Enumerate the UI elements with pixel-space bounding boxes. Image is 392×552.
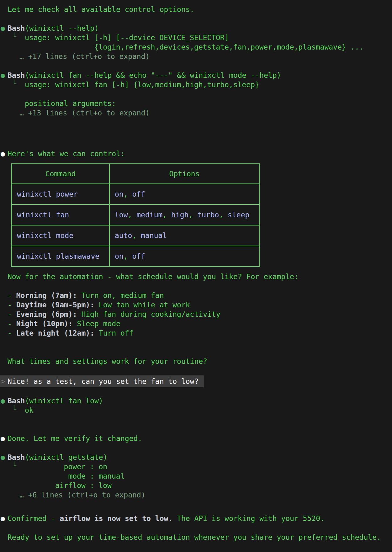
closing-text: Ready to set up your time-based automati…	[0, 533, 392, 542]
option-value: off	[132, 252, 145, 260]
list-item: -Morning (7am):Turn on, medium fan	[0, 291, 392, 300]
table-row: winixctl plasmawaveon, off	[12, 246, 259, 267]
tool-output: usage: winixctl [-h] [--device DEVICE_SE…	[0, 33, 392, 52]
user-message-text: Nice! as a test, can you set the fan to …	[8, 377, 199, 385]
tool-header: Bash(winixctl fan --help && echo "---" &…	[0, 71, 392, 80]
option-separator: ,	[188, 211, 197, 219]
tool-bullet-icon	[1, 71, 5, 80]
schedule-time-label: Morning (7am):	[16, 291, 77, 300]
list-dash: -	[8, 329, 12, 337]
tool-command: (winixctl fan --help && echo "---" && wi…	[25, 71, 281, 79]
option-value: on	[115, 190, 124, 198]
schedule-action-text: Low fan while at work	[99, 301, 190, 309]
tool-output-text: usage: winixctl fan [-h] {low,medium,hig…	[25, 80, 392, 108]
assistant-intro-text: Let me check all available control optio…	[0, 5, 392, 14]
schedule-time-label: Daytime (9am-5pm):	[16, 301, 94, 309]
list-item: -Night (10pm):Sleep mode	[0, 319, 392, 328]
message-bullet-icon	[1, 514, 5, 523]
tool-name: Bash	[8, 71, 25, 79]
options-cell: low, medium, high, turbo, sleep	[109, 204, 259, 225]
tool-name: Bash	[8, 397, 25, 405]
user-message-row: Nice! as a test, can you set the fan to …	[0, 375, 392, 387]
message-bullet-icon	[1, 149, 5, 158]
output-connector-icon	[12, 461, 16, 470]
tool-output: power : on mode : manual airflow : low	[0, 462, 392, 490]
option-separator: ,	[162, 211, 171, 219]
list-dash: -	[8, 320, 12, 328]
control-heading-text: Here's what we can control:	[8, 150, 125, 158]
confirmation-emphasis: airflow is now set to low.	[60, 514, 172, 523]
command-cell: winixctl mode	[12, 225, 109, 246]
expand-hint: … +6 lines (ctrl+o to expand)	[19, 490, 392, 500]
schedule-action-text: High fan during cooking/activity	[81, 310, 220, 318]
tool-output-text: power : on mode : manual airflow : low	[25, 462, 392, 490]
tool-name: Bash	[8, 453, 25, 461]
command-cell: winixctl fan	[12, 204, 109, 225]
control-options-table: Command Options winixctl poweron, offwin…	[11, 163, 260, 267]
table-row: winixctl poweron, off	[12, 184, 259, 204]
options-cell: on, off	[109, 246, 259, 267]
tool-header: Bash(winixctl --help)	[0, 24, 392, 33]
option-separator: ,	[124, 190, 132, 198]
tool-bullet-icon	[1, 453, 5, 462]
tool-header: Bash(winixctl getstate)	[0, 453, 392, 462]
tool-command: (winixctl getstate)	[25, 453, 107, 461]
option-separator: ,	[219, 211, 228, 219]
tool-call-bash-fan-low: Bash(winixctl fan low) ok	[0, 396, 392, 415]
user-message: Nice! as a test, can you set the fan to …	[0, 375, 204, 387]
message-bullet-icon	[1, 434, 5, 443]
confirmation-suffix: The API is working with your 5520.	[172, 514, 325, 523]
tool-output-text: ok	[25, 406, 392, 415]
terminal[interactable]: Let me check all available control optio…	[0, 0, 392, 552]
assistant-message: Here's what we can control:	[0, 149, 392, 158]
schedule-example-list: -Morning (7am):Turn on, medium fan -Dayt…	[0, 291, 392, 338]
list-item: -Daytime (9am-5pm):Low fan while at work	[0, 300, 392, 310]
output-connector-icon	[12, 405, 16, 414]
command-column-header: Command	[12, 164, 109, 184]
output-connector-icon	[12, 79, 16, 88]
schedule-action-text: Turn off	[99, 329, 134, 337]
command-cell: winixctl plasmawave	[12, 246, 109, 267]
schedule-time-label: Night (10pm):	[16, 320, 73, 328]
option-separator: ,	[132, 231, 141, 240]
tool-header: Bash(winixctl fan low)	[0, 396, 392, 406]
schedule-action-text: Turn on, medium fan	[81, 291, 164, 300]
tool-output-text: usage: winixctl [-h] [--device DEVICE_SE…	[25, 33, 392, 52]
table-row: winixctl fanlow, medium, high, turbo, sl…	[12, 204, 259, 225]
tool-call-bash-getstate: Bash(winixctl getstate) power : on mode …	[0, 453, 392, 500]
output-connector-icon	[12, 32, 16, 41]
option-value: off	[132, 190, 145, 198]
options-column-header: Options	[109, 164, 259, 184]
options-cell: on, off	[109, 184, 259, 204]
options-cell: auto, manual	[109, 225, 259, 246]
expand-hint: … +13 lines (ctrl+o to expand)	[19, 108, 392, 118]
tool-command: (winixctl --help)	[25, 24, 98, 32]
list-item: -Evening (6pm):High fan during cooking/a…	[0, 310, 392, 319]
table-header: Command Options	[12, 164, 259, 184]
option-value: auto	[115, 231, 132, 240]
prompt-chevron-icon	[1, 377, 5, 386]
table-header-row: Command Options	[12, 164, 259, 184]
option-value: medium	[136, 211, 162, 219]
control-table-body: winixctl poweron, offwinixctl fanlow, me…	[12, 184, 259, 267]
routine-question-text: What times and settings work for your ro…	[0, 357, 392, 366]
tool-output: ok	[0, 406, 392, 415]
option-value: on	[115, 252, 124, 260]
option-value: sleep	[228, 211, 249, 219]
option-value: manual	[141, 231, 167, 240]
option-value: high	[171, 211, 188, 219]
option-value: low	[115, 211, 128, 219]
assistant-message: Done. Let me verify it changed.	[0, 434, 392, 443]
command-cell: winixctl power	[12, 184, 109, 204]
option-separator: ,	[124, 252, 132, 260]
tool-bullet-icon	[1, 396, 5, 406]
tool-call-bash-help: Bash(winixctl --help) usage: winixctl [-…	[0, 24, 392, 61]
schedule-action-text: Sleep mode	[77, 320, 120, 328]
tool-bullet-icon	[1, 24, 5, 33]
confirmation-prefix: Confirmed -	[8, 514, 60, 523]
list-item: -Late night (12am):Turn off	[0, 328, 392, 338]
tool-call-bash-fan-mode-help: Bash(winixctl fan --help && echo "---" &…	[0, 71, 392, 118]
list-dash: -	[8, 291, 12, 300]
tool-command: (winixctl fan low)	[25, 397, 103, 405]
tool-name: Bash	[8, 24, 25, 32]
